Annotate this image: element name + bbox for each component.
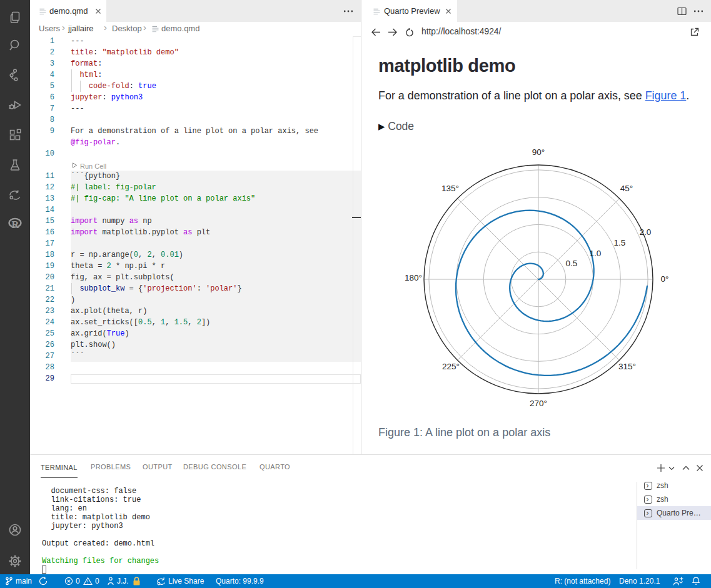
svg-text:225°: 225° xyxy=(442,362,460,371)
svg-text:0°: 0° xyxy=(661,274,669,284)
svg-text:0.5: 0.5 xyxy=(566,259,578,268)
svg-text:270°: 270° xyxy=(530,399,547,408)
svg-text:1.5: 1.5 xyxy=(614,238,626,247)
svg-text:R: R xyxy=(12,219,19,231)
svg-text:135°: 135° xyxy=(441,184,459,193)
svg-text:90°: 90° xyxy=(532,147,545,157)
svg-text:1.0: 1.0 xyxy=(590,249,602,258)
svg-text:315°: 315° xyxy=(618,362,636,371)
svg-text:2.0: 2.0 xyxy=(640,227,652,237)
svg-text:45°: 45° xyxy=(620,184,633,193)
svg-text:180°: 180° xyxy=(405,273,422,282)
